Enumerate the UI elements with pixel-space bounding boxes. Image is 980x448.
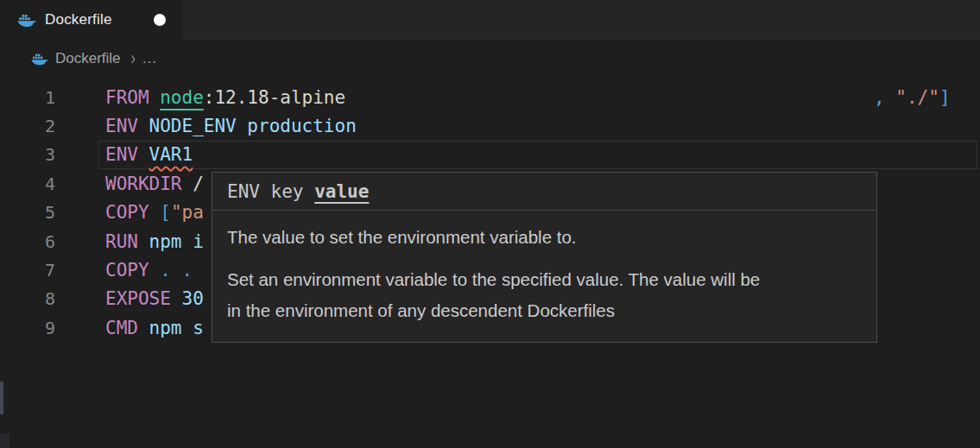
code-token: ENV (105, 144, 149, 165)
hover-signature-value: value (314, 181, 369, 202)
hover-tooltip: ENV key value The value to set the envir… (212, 172, 877, 343)
line-number[interactable]: 4 (0, 174, 55, 194)
breadcrumb-item-file[interactable]: Dockerfile (55, 50, 121, 67)
breadcrumb-item-symbol[interactable]: ... (142, 50, 157, 67)
tab-dockerfile[interactable]: Dockerfile (0, 0, 183, 40)
code-text: RUN npm i (105, 227, 204, 256)
code-token: RUN (105, 231, 149, 252)
unsaved-changes-dot[interactable] (154, 14, 166, 26)
code-text: COPY ["pa (105, 199, 204, 227)
code-token: npm i (149, 231, 204, 252)
code-token: NODE_ENV production (149, 116, 357, 136)
tab-bar: Dockerfile (0, 0, 980, 40)
line-number[interactable]: 2 (0, 116, 55, 136)
code-token: . . (160, 260, 193, 281)
code-token: WORKDIR (105, 174, 193, 194)
breadcrumb: Dockerfile › ... (0, 40, 980, 78)
code-token: :12.18-alpine (204, 87, 345, 108)
code-text: COPY . . (105, 256, 193, 284)
code-token: COPY (105, 260, 160, 281)
line-number[interactable]: 8 (0, 288, 55, 309)
code-token: ] (939, 87, 951, 108)
code-text: WORKDIR / (105, 169, 204, 198)
line-number[interactable]: 5 (0, 202, 55, 223)
hover-paragraph-2-line-2: in the environment of any descendent Doc… (227, 295, 862, 326)
hover-signature: ENV key value (212, 173, 876, 211)
code-token: EXPOSE (105, 288, 182, 309)
line-number[interactable]: 1 (0, 87, 55, 108)
code-token: CMD (105, 318, 149, 338)
code-token: [ (160, 202, 171, 223)
line-number[interactable]: 7 (0, 260, 55, 281)
line-number[interactable]: 3 (0, 144, 55, 165)
code-token: , (874, 87, 895, 108)
left-scrollbar-thumb[interactable] (0, 382, 3, 414)
docker-whale-icon (17, 12, 36, 28)
hover-paragraph-2-line-1: Set an environment variable to the speci… (227, 264, 862, 295)
code-text: CMD npm s (105, 313, 204, 342)
code-token: node (160, 87, 204, 108)
code-token: / (193, 174, 204, 194)
code-token: ENV (105, 116, 149, 136)
docker-whale-icon (31, 52, 48, 66)
code-text: ENV NODE_ENV production (105, 111, 357, 140)
code-token: "./" (895, 87, 939, 108)
line-number[interactable]: 9 (0, 318, 55, 338)
line-number[interactable]: 6 (0, 231, 55, 252)
code-line[interactable]: 3ENV VAR1 (0, 141, 980, 169)
code-line[interactable]: 2ENV NODE_ENV production (0, 111, 980, 140)
bottom-left-corner (0, 433, 9, 448)
tab-title: Dockerfile (45, 11, 112, 28)
code-text: ENV VAR1 (105, 141, 193, 169)
line5-overflow-text: , "./"] (874, 83, 951, 111)
code-token: npm s (149, 318, 204, 338)
hover-signature-prefix: ENV key (227, 181, 314, 202)
code-text: EXPOSE 30 (105, 285, 204, 313)
chevron-right-icon: › (131, 48, 136, 69)
code-token: COPY (105, 202, 160, 223)
code-line[interactable]: 1FROM node:12.18-alpine (0, 83, 980, 111)
code-text: FROM node:12.18-alpine (105, 83, 345, 111)
code-token: "pa (171, 202, 204, 223)
code-token: VAR1 (149, 144, 193, 165)
code-token: FROM (105, 87, 160, 108)
hover-paragraph-1: The value to set the environment variabl… (227, 222, 862, 253)
hover-body: The value to set the environment variabl… (212, 211, 876, 326)
code-token: 30 (182, 288, 204, 309)
